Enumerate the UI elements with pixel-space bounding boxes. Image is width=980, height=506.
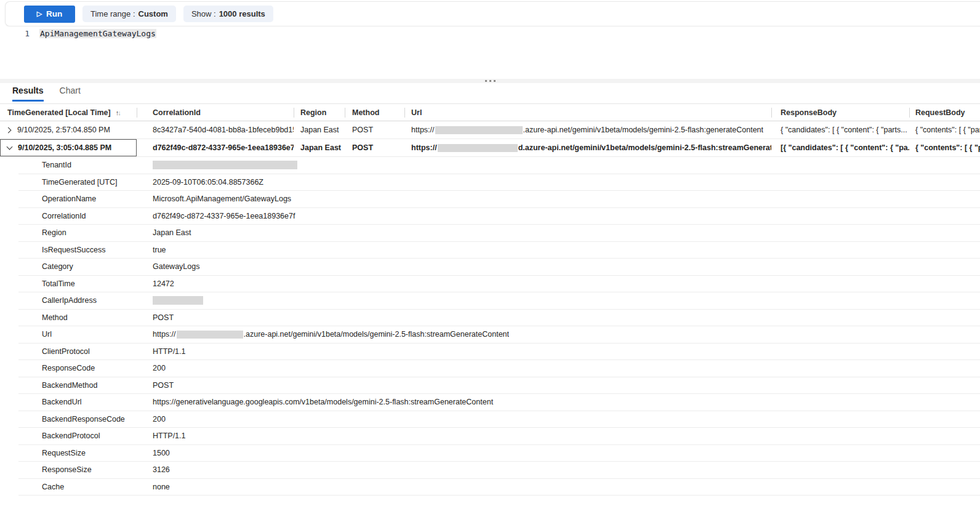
cell-responsebody: [{ "candidates": [ { "content": { "pa... <box>771 139 909 156</box>
detail-field-value <box>153 161 980 169</box>
column-header-timegenerated[interactable]: TimeGenerated [Local Time] ↑↓ <box>0 104 137 121</box>
detail-field-name: BackendMethod <box>18 381 153 390</box>
redacted-value <box>153 161 297 169</box>
detail-row: BackendMethod POST <box>18 377 980 395</box>
detail-field-value: 2025-09-10T06:05:04.8857366Z <box>153 178 980 187</box>
results-grid: TimeGenerated [Local Time] ↑↓ Correlatio… <box>0 103 980 157</box>
detail-row: Method POST <box>18 310 980 327</box>
redacted-host <box>438 144 518 152</box>
result-row-2[interactable]: 9/10/2025, 3:05:04.885 PM d762f49c-d872-… <box>0 139 980 157</box>
detail-field-name: Region <box>18 228 153 237</box>
detail-field-value <box>153 296 980 305</box>
detail-field-value: 200 <box>153 364 980 372</box>
detail-field-value: Japan East <box>153 228 980 237</box>
column-header-requestbody[interactable]: RequestBody <box>909 104 980 121</box>
detail-field-value: POST <box>153 313 980 322</box>
detail-row: CorrelationId d762f49c-d872-4337-965e-1e… <box>18 208 980 225</box>
time-range-label: Time range : <box>90 9 135 18</box>
detail-field-value: 200 <box>153 415 980 424</box>
redacted-value <box>153 296 203 305</box>
cell-region: Japan East <box>294 121 345 139</box>
detail-field-value: HTTP/1.1 <box>153 432 980 440</box>
expanded-row-details: TenantId TimeGenerated [UTC] 2025-09-10T… <box>0 157 980 496</box>
detail-field-name: Url <box>18 330 153 339</box>
detail-field-value: 12472 <box>153 279 980 288</box>
column-header-region[interactable]: Region <box>294 104 345 121</box>
query-editor[interactable]: 1 ApiManagementGatewayLogs <box>5 26 980 79</box>
cell-method: POST <box>345 121 404 139</box>
column-header-url[interactable]: Url <box>404 104 771 121</box>
detail-row: ClientProtocol HTTP/1.1 <box>18 343 980 361</box>
grid-header-row: TimeGenerated [Local Time] ↑↓ Correlatio… <box>0 103 980 121</box>
detail-field-name: ClientProtocol <box>18 347 153 356</box>
detail-field-value: Microsoft.ApiManagement/GatewayLogs <box>153 195 980 203</box>
show-label: Show : <box>191 9 216 18</box>
detail-field-name: Method <box>18 313 153 322</box>
cell-region: Japan East <box>294 139 345 156</box>
detail-row: Category GatewayLogs <box>18 259 980 276</box>
column-header-method[interactable]: Method <box>345 104 404 121</box>
cell-requestbody: { "contents": [ { "par <box>909 121 980 139</box>
detail-field-value: GatewayLogs <box>153 262 980 271</box>
detail-field-value: true <box>153 246 980 254</box>
column-header-correlationid[interactable]: CorrelationId <box>137 104 294 121</box>
detail-field-name: OperationName <box>18 195 153 203</box>
detail-row: CallerIpAddress <box>18 292 980 310</box>
cell-timegenerated: 9/10/2025, 2:57:04.850 PM <box>17 121 137 139</box>
detail-row: BackendResponseCode 200 <box>18 411 980 428</box>
detail-row: ResponseCode 200 <box>18 360 980 377</box>
results-tabs: Results Chart <box>12 86 81 102</box>
cell-requestbody: { "contents": [ { "pa <box>909 139 980 156</box>
detail-field-name: Cache <box>18 483 153 491</box>
detail-field-name: BackendResponseCode <box>18 415 153 424</box>
detail-row: IsRequestSuccess true <box>18 242 980 259</box>
time-range-picker[interactable]: Time range : Custom <box>82 6 176 22</box>
detail-row: TotalTime 12472 <box>18 276 980 293</box>
detail-row: Url https://.azure-api.net/gemini/v1beta… <box>18 326 980 343</box>
detail-field-name: TimeGenerated [UTC] <box>18 178 153 187</box>
detail-field-value: d762f49c-d872-4337-965e-1eea18936e7f <box>153 212 980 220</box>
show-results-picker[interactable]: Show : 1000 results <box>183 6 273 22</box>
detail-row: RequestSize 1500 <box>18 445 980 462</box>
detail-field-name: TotalTime <box>18 279 153 288</box>
detail-field-value: https://generativelanguage.googleapis.co… <box>153 398 980 406</box>
tab-results[interactable]: Results <box>12 86 44 102</box>
query-toolbar: ▷ Run Time range : Custom Show : 1000 re… <box>5 1 980 26</box>
detail-row: Cache none <box>18 479 980 496</box>
expand-row-button[interactable] <box>0 121 17 139</box>
tab-chart[interactable]: Chart <box>60 86 81 102</box>
collapse-row-button[interactable] <box>1 140 18 156</box>
cell-timegenerated: 9/10/2025, 3:05:04.885 PM <box>18 140 136 156</box>
line-number: 1 <box>5 29 30 38</box>
pane-splitter[interactable] <box>0 79 980 83</box>
chevron-down-icon <box>6 144 12 150</box>
detail-field-value: 3126 <box>153 465 980 474</box>
detail-field-name: IsRequestSuccess <box>18 246 153 254</box>
cell-url: https:// .azure-api.net/gemini/v1beta/mo… <box>404 121 771 139</box>
logs-query-page: ▷ Run Time range : Custom Show : 1000 re… <box>0 0 980 506</box>
detail-field-name: Category <box>18 262 153 271</box>
detail-field-name: ResponseSize <box>18 465 153 474</box>
sort-icon[interactable]: ↑↓ <box>116 109 120 116</box>
result-row-1[interactable]: 9/10/2025, 2:57:04.850 PM 8c3427a7-540d-… <box>0 121 980 139</box>
query-text[interactable]: ApiManagementGatewayLogs <box>39 29 156 38</box>
detail-field-value: POST <box>153 381 980 390</box>
time-range-value: Custom <box>139 9 168 18</box>
cell-correlationid: d762f49c-d872-4337-965e-1eea18936e7f <box>137 139 294 156</box>
column-header-responsebody[interactable]: ResponseBody <box>771 104 909 121</box>
chevron-right-icon <box>5 127 11 133</box>
detail-field-name: CorrelationId <box>18 212 153 220</box>
detail-row: BackendProtocol HTTP/1.1 <box>18 428 980 445</box>
detail-row: ResponseSize 3126 <box>18 462 980 479</box>
show-value: 1000 results <box>219 9 265 18</box>
cell-correlationid: 8c3427a7-540d-4081-bb8a-1bfeceb9bd15 <box>137 121 294 139</box>
focused-cell[interactable]: 9/10/2025, 3:05:04.885 PM <box>0 139 137 156</box>
detail-row: BackendUrl https://generativelanguage.go… <box>18 394 980 411</box>
run-button-label: Run <box>46 9 62 18</box>
detail-row: TimeGenerated [UTC] 2025-09-10T06:05:04.… <box>18 174 980 191</box>
redacted-host <box>435 126 523 134</box>
run-button[interactable]: ▷ Run <box>24 6 75 23</box>
query-line[interactable]: 1 ApiManagementGatewayLogs <box>5 26 980 38</box>
cell-responsebody: { "candidates": [ { "content": { "parts.… <box>771 121 909 139</box>
detail-field-value: https://.azure-api.net/gemini/v1beta/mod… <box>153 330 980 339</box>
